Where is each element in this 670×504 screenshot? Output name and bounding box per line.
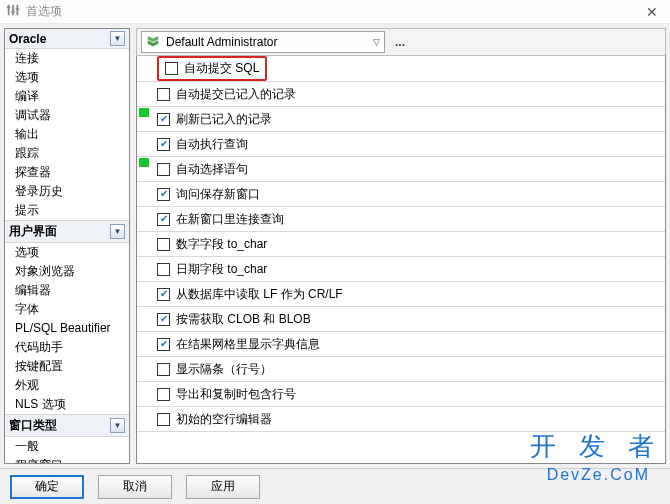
row-marker [139, 308, 149, 331]
row-marker [139, 158, 149, 181]
option-row[interactable]: 自动提交 SQL [137, 56, 665, 82]
option-row[interactable]: 自动执行查询 [137, 132, 665, 157]
option-label: 自动执行查询 [176, 136, 248, 153]
sidebar-item[interactable]: 一般 [5, 437, 129, 456]
row-marker [139, 183, 149, 206]
checkbox[interactable] [157, 288, 170, 301]
cancel-button[interactable]: 取消 [98, 475, 172, 499]
option-row[interactable]: 自动提交已记入的记录 [137, 82, 665, 107]
sidebar-item[interactable]: PL/SQL Beautifier [5, 319, 129, 338]
option-label: 显示隔条（行号） [176, 361, 272, 378]
sidebar-item[interactable]: 提示 [5, 201, 129, 220]
option-label: 数字字段 to_char [176, 236, 267, 253]
row-marker [139, 333, 149, 356]
option-label: 自动选择语句 [176, 161, 248, 178]
option-label: 在结果网格里显示字典信息 [176, 336, 320, 353]
toolbar: Default Administrator ▽ ... [136, 28, 666, 56]
sidebar-item[interactable]: 对象浏览器 [5, 262, 129, 281]
option-label: 在新窗口里连接查询 [176, 211, 284, 228]
option-label: 自动提交已记入的记录 [176, 86, 296, 103]
sidebar-section-window[interactable]: 窗口类型 ▼ [5, 414, 129, 437]
row-marker [139, 83, 149, 106]
sidebar-section-ui[interactable]: 用户界面 ▼ [5, 220, 129, 243]
sidebar-item[interactable]: 跟踪 [5, 144, 129, 163]
settings-icon [6, 3, 20, 20]
option-row[interactable]: 数字字段 to_char [137, 232, 665, 257]
sidebar-item[interactable]: 探查器 [5, 163, 129, 182]
sidebar-item[interactable]: 选项 [5, 68, 129, 87]
chevron-down-icon[interactable]: ▼ [110, 31, 125, 46]
option-row[interactable]: 日期字段 to_char [137, 257, 665, 282]
chevron-down-icon[interactable]: ▼ [110, 418, 125, 433]
svg-rect-5 [16, 8, 20, 10]
sidebar-item[interactable]: 外观 [5, 376, 129, 395]
admin-label: Default Administrator [166, 35, 277, 49]
ok-button[interactable]: 确定 [10, 475, 84, 499]
checkbox[interactable] [157, 88, 170, 101]
row-marker [139, 233, 149, 256]
option-label: 导出和复制时包含行号 [176, 386, 296, 403]
option-row[interactable]: 导出和复制时包含行号 [137, 382, 665, 407]
row-marker [139, 283, 149, 306]
sidebar-item[interactable]: 按键配置 [5, 357, 129, 376]
main-area: Oracle ▼ 连接 选项 编译 调试器 输出 跟踪 探查器 登录历史 提示 … [0, 24, 670, 468]
row-marker [139, 258, 149, 281]
sidebar-item[interactable]: 编译 [5, 87, 129, 106]
option-row[interactable]: 刷新已记入的记录 [137, 107, 665, 132]
sidebar-section-oracle[interactable]: Oracle ▼ [5, 29, 129, 49]
admin-dropdown[interactable]: Default Administrator ▽ [141, 31, 385, 53]
option-label: 询问保存新窗口 [176, 186, 260, 203]
row-marker [139, 208, 149, 231]
watermark-url: DevZe.CoM [547, 466, 650, 484]
checkbox[interactable] [157, 388, 170, 401]
chevron-down-icon[interactable]: ▼ [110, 224, 125, 239]
title-bar: 首选项 ✕ [0, 0, 670, 24]
option-row[interactable]: 在结果网格里显示字典信息 [137, 332, 665, 357]
checkbox[interactable] [157, 313, 170, 326]
sidebar-item[interactable]: 字体 [5, 300, 129, 319]
checkbox[interactable] [165, 62, 178, 75]
sidebar-item[interactable]: 输出 [5, 125, 129, 144]
row-marker [139, 57, 149, 80]
checkbox[interactable] [157, 338, 170, 351]
sidebar-item[interactable]: NLS 选项 [5, 395, 129, 414]
checkbox[interactable] [157, 188, 170, 201]
checkbox[interactable] [157, 238, 170, 251]
row-marker [139, 133, 149, 156]
sidebar-item[interactable]: 登录历史 [5, 182, 129, 201]
sidebar: Oracle ▼ 连接 选项 编译 调试器 输出 跟踪 探查器 登录历史 提示 … [4, 28, 130, 464]
options-list: 自动提交 SQL自动提交已记入的记录刷新已记入的记录自动执行查询自动选择语句询问… [136, 56, 666, 464]
checkbox[interactable] [157, 263, 170, 276]
svg-rect-0 [8, 5, 10, 16]
row-marker [139, 383, 149, 406]
checkbox[interactable] [157, 363, 170, 376]
row-marker [139, 408, 149, 431]
row-marker [139, 108, 149, 131]
apply-button[interactable]: 应用 [186, 475, 260, 499]
sidebar-item[interactable]: 连接 [5, 49, 129, 68]
close-icon[interactable]: ✕ [640, 4, 664, 20]
sidebar-item[interactable]: 代码助手 [5, 338, 129, 357]
checkbox[interactable] [157, 113, 170, 126]
chevron-down-icon: ▽ [373, 37, 380, 47]
option-row[interactable]: 显示隔条（行号） [137, 357, 665, 382]
option-label: 从数据库中读取 LF 作为 CR/LF [176, 286, 343, 303]
checkbox[interactable] [157, 163, 170, 176]
checkbox[interactable] [157, 213, 170, 226]
option-row[interactable]: 按需获取 CLOB 和 BLOB [137, 307, 665, 332]
sidebar-item[interactable]: 选项 [5, 243, 129, 262]
checkbox[interactable] [157, 138, 170, 151]
checkbox[interactable] [157, 413, 170, 426]
more-button[interactable]: ... [389, 35, 411, 49]
option-row[interactable]: 自动选择语句 [137, 157, 665, 182]
option-row[interactable]: 从数据库中读取 LF 作为 CR/LF [137, 282, 665, 307]
svg-rect-1 [12, 5, 14, 16]
option-label: 日期字段 to_char [176, 261, 267, 278]
sidebar-item[interactable]: 编辑器 [5, 281, 129, 300]
option-label: 刷新已记入的记录 [176, 111, 272, 128]
option-row[interactable]: 询问保存新窗口 [137, 182, 665, 207]
option-row[interactable]: 在新窗口里连接查询 [137, 207, 665, 232]
database-icon [146, 35, 160, 49]
sidebar-item[interactable]: 程序窗口 [5, 456, 129, 464]
sidebar-item[interactable]: 调试器 [5, 106, 129, 125]
